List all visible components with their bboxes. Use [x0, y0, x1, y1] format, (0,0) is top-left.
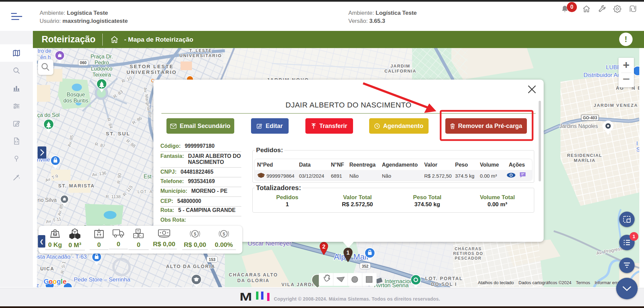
svg-text:JARDIM: JARDIM [391, 63, 410, 69]
svg-text:M: M [240, 291, 252, 303]
svg-text:DO SOL I: DO SOL I [431, 281, 457, 287]
svg-text:060: 060 [80, 60, 87, 65]
svg-text:LOT. A: LOT. A [138, 189, 153, 194]
svg-text:Bosque: Bosque [67, 92, 85, 97]
svg-text:RETIROS DO: RETIROS DO [453, 251, 483, 256]
svg-text:l: l [61, 278, 63, 285]
svg-text:MARÍLIA: MARÍLIA [574, 158, 596, 163]
svg-text:DA GLÓRIA: DA GLÓRIA [237, 277, 269, 283]
svg-text:ALTO DA GLÓRIA: ALTO DA GLÓRIA [166, 263, 215, 269]
svg-text:CHÁCARAS: CHÁCARAS [455, 246, 482, 251]
svg-text:tro de: tro de [38, 48, 51, 54]
svg-text:1: 1 [346, 250, 349, 256]
svg-text:CHÁCARAS ALTO: CHÁCARAS ALTO [229, 272, 278, 277]
svg-text:g: g [57, 278, 61, 285]
svg-text:2: 2 [322, 244, 325, 250]
svg-text:153: 153 [209, 257, 215, 262]
svg-text:dos Buritis: dos Buritis [63, 98, 89, 103]
svg-text:e: e [63, 278, 66, 285]
svg-text:G: G [44, 278, 49, 285]
svg-text:RESIDENCIAL: RESIDENCIAL [567, 153, 602, 158]
svg-text:Pedro: Pedro [95, 60, 109, 65]
svg-text:Ludovico: Ludovico [91, 66, 112, 72]
svg-text:Teixeira: Teixeira [92, 72, 111, 78]
svg-text:UICA: UICA [40, 266, 54, 271]
svg-text:rio Silva: rio Silva [38, 197, 57, 203]
svg-text:UNIVERSITARIO: UNIVERSITARIO [180, 53, 222, 58]
svg-text:riz: riz [37, 282, 39, 287]
svg-text:o: o [49, 278, 53, 285]
svg-text:osta Atacadão - T-63: osta Atacadão - T-63 [37, 254, 87, 260]
svg-text:o: o [53, 278, 57, 285]
svg-text:aça do Sol: aça do Sol [37, 112, 60, 118]
svg-text:ST. SUL: ST. SUL [106, 131, 130, 136]
svg-text:Kg: Kg [53, 233, 56, 236]
svg-text:Pede Store – Serrinha: Pede Store – Serrinha [74, 276, 131, 283]
svg-text:PESCADOR: PESCADOR [455, 256, 482, 261]
svg-text:ên h: ên h [40, 54, 51, 60]
svg-text:$: $ [222, 231, 225, 236]
svg-text:UNIVERSITÁRIO: UNIVERSITÁRIO [127, 69, 177, 75]
svg-text:Jardins Nápoles: Jardins Nápoles [559, 123, 598, 129]
svg-text:GO-403: GO-403 [583, 116, 597, 120]
svg-text:$: $ [194, 231, 196, 236]
svg-text:Ayrton Senna: Ayrton Senna [374, 282, 409, 287]
svg-text:SETOR LESTE: SETOR LESTE [130, 63, 174, 69]
svg-text:ST. MARISTA: ST. MARISTA [58, 183, 95, 188]
svg-text:CALIFORNIA: CALIFORNIA [384, 69, 416, 74]
svg-text:352: 352 [362, 264, 368, 269]
svg-text:LOT. PORTAL: LOT. PORTAL [425, 276, 463, 281]
svg-text:I: I [636, 140, 638, 147]
svg-text:S: S [636, 146, 639, 153]
svg-text:Est: Est [144, 174, 152, 179]
svg-text:JARDIM VENEZA: JARDIM VENEZA [594, 103, 638, 108]
svg-text:R. 1138: R. 1138 [106, 194, 121, 199]
svg-text:T. LESTE: T. LESTE [189, 48, 212, 53]
svg-text:Praça Dr.: Praça Dr. [91, 54, 113, 59]
